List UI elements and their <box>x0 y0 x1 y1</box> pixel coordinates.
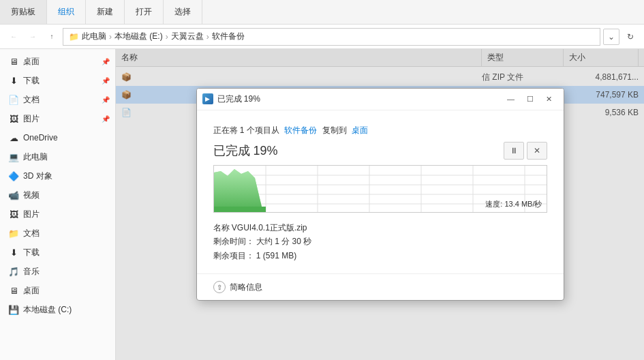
cdrive-icon: 💾 <box>8 304 19 315</box>
sidebar-item-desktop[interactable]: 🖥 桌面 📌 <box>0 52 115 71</box>
folder-icon: 📁 <box>69 32 79 42</box>
3dobjects-icon: 🔷 <box>8 170 19 181</box>
main-layout: 🖥 桌面 📌 ⬇ 下载 📌 📄 文档 📌 🖼 图片 📌 ☁ OneDrive 💻… <box>0 49 644 360</box>
sidebar-item-thispc[interactable]: 💻 此电脑 <box>0 147 115 166</box>
dialog-body: 正在将 1 个项目从 软件备份 复制到 桌面 已完成 19% ⏸ ✕ <box>197 110 564 273</box>
toolbar-new[interactable]: 新建 <box>86 0 125 24</box>
pin-icon-2: 📌 <box>102 77 110 85</box>
path-computer[interactable]: 此电脑 <box>82 31 106 42</box>
pause-icon: ⏸ <box>510 146 518 155</box>
refresh-button[interactable]: ↻ <box>622 29 639 45</box>
address-right: ⌄ ↻ <box>603 29 639 45</box>
sidebar-item-onedrive[interactable]: ☁ OneDrive <box>0 128 115 147</box>
sidebar: 🖥 桌面 📌 ⬇ 下载 📌 📄 文档 📌 🖼 图片 📌 ☁ OneDrive 💻… <box>0 49 116 360</box>
toolbar-select[interactable]: 选择 <box>164 0 202 24</box>
thispc-icon: 💻 <box>8 151 19 162</box>
toolbar: 剪贴板 组织 新建 打开 选择 <box>0 0 644 25</box>
address-bar: ← → ↑ 📁 此电脑 › 本地磁盘 (E:) › 天翼云盘 › 软件备份 ⌄ … <box>0 25 644 49</box>
downloads2-icon: ⬇ <box>8 247 19 258</box>
progress-label: 已完成 19% <box>213 142 278 159</box>
remaining-time-row: 剩余时间： 大约 1 分 30 秒 <box>213 235 547 248</box>
dialog-icon: ▶ <box>202 93 213 104</box>
download-icon: ⬇ <box>8 75 19 86</box>
summary-chevron-icon: ⇧ <box>213 281 226 293</box>
pause-button[interactable]: ⏸ <box>504 142 524 160</box>
cancel-icon: ✕ <box>534 146 540 155</box>
path-backup[interactable]: 软件备份 <box>212 31 245 42</box>
pin-icon-4: 📌 <box>102 115 110 123</box>
sidebar-item-3dobjects[interactable]: 🔷 3D 对象 <box>0 166 115 185</box>
content-area: 名称 类型 大小 📦 信 ZIP 文件 4,881,671... 📦 信 ZIP… <box>116 49 644 360</box>
copy-dialog: ▶ 已完成 19% — ☐ ✕ 正在将 1 个项目从 软件备份 复制到 <box>196 88 564 301</box>
toolbar-open[interactable]: 打开 <box>125 0 164 24</box>
summary-label: 简略信息 <box>230 282 262 293</box>
source-link[interactable]: 软件备份 <box>284 125 317 135</box>
sidebar-item-pictures[interactable]: 🖼 图片 📌 <box>0 109 115 128</box>
dialog-overlay: ▶ 已完成 19% — ☐ ✕ 正在将 1 个项目从 软件备份 复制到 <box>116 49 644 360</box>
documents-icon: 📁 <box>8 228 19 239</box>
maximize-button[interactable]: ☐ <box>521 91 539 106</box>
images-icon: 🖼 <box>8 209 19 220</box>
path-drive[interactable]: 本地磁盘 (E:) <box>114 31 163 42</box>
progress-chart: 速度: 13.4 MB/秒 <box>213 165 547 213</box>
pin-icon-3: 📌 <box>102 96 110 104</box>
svg-rect-12 <box>214 207 266 212</box>
sidebar-item-videos[interactable]: 📹 视频 <box>0 185 115 205</box>
pictures-icon: 🖼 <box>8 113 19 124</box>
back-button[interactable]: ← <box>5 29 22 45</box>
toolbar-organize[interactable]: 组织 <box>47 0 86 24</box>
sidebar-item-images[interactable]: 🖼 图片 <box>0 205 115 224</box>
up-button[interactable]: ↑ <box>44 29 60 45</box>
sidebar-item-desktop2[interactable]: 🖥 桌面 <box>0 281 115 300</box>
dialog-titlebar: ▶ 已完成 19% — ☐ ✕ <box>197 89 564 110</box>
sidebar-item-docs[interactable]: 📄 文档 📌 <box>0 90 115 109</box>
pin-icon: 📌 <box>102 58 110 65</box>
sidebar-item-downloads2[interactable]: ⬇ 下载 <box>0 243 115 262</box>
summary-bar[interactable]: ⇧ 简略信息 <box>197 273 564 300</box>
sidebar-item-download[interactable]: ⬇ 下载 📌 <box>0 71 115 90</box>
dialog-title: 已完成 19% <box>217 93 498 105</box>
videos-icon: 📹 <box>8 190 19 200</box>
onedrive-icon: ☁ <box>8 132 19 143</box>
sidebar-item-music[interactable]: 🎵 音乐 <box>0 262 115 281</box>
window-controls: — ☐ ✕ <box>502 91 558 106</box>
path-dropdown[interactable]: ⌄ <box>603 29 619 45</box>
speed-label: 速度: 13.4 MB/秒 <box>485 199 542 209</box>
progress-controls: ⏸ ✕ <box>504 142 547 160</box>
toolbar-clipboard[interactable]: 剪贴板 <box>0 0 47 24</box>
minimize-button[interactable]: — <box>502 91 520 106</box>
close-button[interactable]: ✕ <box>540 91 558 106</box>
address-path[interactable]: 📁 此电脑 › 本地磁盘 (E:) › 天翼云盘 › 软件备份 <box>63 28 600 46</box>
forward-button[interactable]: → <box>25 29 41 45</box>
filename-row: 名称 VGUI4.0.1正式版.zip <box>213 221 547 235</box>
sidebar-item-cdrive[interactable]: 💾 本地磁盘 (C:) <box>0 300 115 319</box>
path-cloud[interactable]: 天翼云盘 <box>171 31 204 42</box>
dest-link[interactable]: 桌面 <box>352 125 368 135</box>
desktop-icon: 🖥 <box>8 56 19 67</box>
dialog-subtitle: 正在将 1 个项目从 软件备份 复制到 桌面 <box>213 124 547 136</box>
docs-icon: 📄 <box>8 94 19 105</box>
music-icon: 🎵 <box>8 266 19 277</box>
remaining-items-row: 剩余项目： 1 (591 MB) <box>213 249 547 262</box>
file-info: 名称 VGUI4.0.1正式版.zip 剩余时间： 大约 1 分 30 秒 剩余… <box>213 221 547 262</box>
progress-header: 已完成 19% ⏸ ✕ <box>213 142 547 160</box>
cancel-button[interactable]: ✕ <box>527 142 547 160</box>
sidebar-item-documents[interactable]: 📁 文档 <box>0 224 115 243</box>
desktop2-icon: 🖥 <box>8 285 19 296</box>
